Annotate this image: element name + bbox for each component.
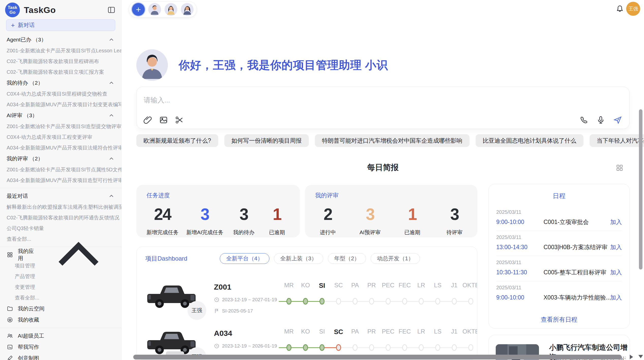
scroll-right-arrow[interactable] (630, 355, 633, 359)
sidebar-section-header-0[interactable]: Agent已办 （3） (0, 34, 121, 45)
image-icon[interactable] (159, 115, 168, 125)
join-meeting-link[interactable]: 加入 (610, 268, 622, 276)
suggestion-chip[interactable]: 欧洲新规最近颁布了什么? (136, 134, 218, 147)
suggestion-chip[interactable]: 特朗普可能对进口汽车增税会对中国车企造成哪些影响 (315, 134, 470, 147)
schedule-time: 13:00-14:30 (496, 244, 544, 251)
milestone-dot (468, 298, 473, 305)
project-flag-text: SI-2025-05-17 (222, 308, 253, 314)
apps-view-all-link[interactable]: 查看全部... (0, 292, 121, 303)
sidebar-item[interactable]: C0X4-动力总成开发项目SI里程碑提交物检查 (0, 88, 121, 99)
suggestion-chip[interactable]: 当下年轻人对汽车外观有怎样的喜好趋势 (590, 134, 644, 147)
project-dates: 2023-12-19 ~ 2026-01-19 (214, 343, 281, 349)
milestone-label: SC (330, 328, 347, 336)
clock-icon (214, 297, 219, 303)
suggestion-chips: 欧洲新规最近颁布了什么?如何写一份清晰的项目周报特朗普可能对进口汽车增税会对中国… (136, 134, 644, 147)
send-icon[interactable] (613, 115, 622, 125)
sidebar-collapse-icon[interactable] (107, 6, 116, 14)
view-all-schedule-link[interactable]: 查看所有日程 (489, 316, 630, 324)
phone-icon[interactable] (579, 115, 589, 125)
stat-card: 我的评审2进行中3AI预评审1已逾期3待评审 (305, 185, 477, 237)
sidebar-tool-pen[interactable]: 创意制图 (0, 353, 121, 360)
mic-icon[interactable] (596, 115, 605, 125)
sidebar-item[interactable]: C02-飞腾新能源轻客改款项目里程碑画布 (0, 56, 121, 67)
flag-icon (214, 308, 219, 314)
sidebar-tool-people[interactable]: AI超级员工 (0, 330, 121, 341)
sidebar-section-header-1[interactable]: 我的待办 （2） (0, 77, 121, 88)
suggestion-chip[interactable]: 比亚迪全固态电池计划具体说了什么 (476, 134, 583, 147)
milestone-dot (319, 344, 325, 351)
project-info: Z0012023-12-19 ~ 2027-01-19SI-2025-05-17 (214, 280, 281, 314)
sidebar-section-header-2[interactable]: AI评审 （3） (0, 110, 121, 121)
sidebar-sections: Agent已办 （3）Z001-全新燃油皮卡产品开发项目SI节点Lesson L… (0, 34, 121, 186)
join-meeting-link[interactable]: 加入 (610, 294, 622, 302)
schedule-meeting-title: C001-立项审批会 (544, 218, 610, 226)
member-avatar[interactable] (148, 3, 161, 16)
sidebar-item[interactable]: Z001-全新燃油轻卡产品开发项目SI造型提交物评审 (0, 121, 121, 132)
stat-column: 1已逾期 (264, 205, 290, 236)
schedule-entry: 2025/03/119:00-10:00C001-立项审批会加入 (496, 206, 622, 231)
schedule-entry-main: 10:30-11:30C005-整车工程目标评审加入 (496, 268, 622, 276)
milestone-dot (353, 298, 358, 305)
sidebar-item[interactable]: Z001-全新燃油皮卡产品开发项目SI节点Lesson Learn报告 (0, 45, 121, 56)
project-row: 王强Z0012023-12-19 ~ 2027-01-19SI-2025-05-… (137, 280, 477, 314)
dashboard-project-rows: 王强Z0012023-12-19 ~ 2027-01-19SI-2025-05-… (137, 280, 477, 360)
horizontal-scrollbar[interactable] (133, 355, 622, 359)
member-avatar[interactable] (181, 3, 194, 16)
milestone-dot (369, 298, 374, 305)
stat-column: 3新增AI完成任务 (186, 205, 223, 236)
vertical-scrollbar[interactable] (639, 109, 642, 269)
new-chat-button[interactable]: + 新对话 (6, 19, 115, 31)
milestone-dot (402, 344, 407, 351)
stat-card: 任务进度24新增完成任务3新增AI完成任务3我的待办1已逾期 (136, 185, 300, 237)
sidebar-item[interactable]: C02-飞腾新能源轻客改款项目立项汇报方案 (0, 67, 121, 77)
recent-title: 最近对话 (7, 192, 28, 200)
stat-card-title: 任务进度 (147, 191, 290, 199)
milestone-label: MR (281, 328, 297, 335)
sidebar-item[interactable]: Z001-全新燃油轻卡产品开发项目SI节点属性5D文件评审 (0, 164, 121, 175)
recent-conversation-item[interactable]: 解释最新出台的欧盟报废车法规再生塑料比例被调至15%... (0, 202, 121, 212)
suggestion-chip[interactable]: 如何写一份清晰的项目周报 (224, 134, 309, 147)
join-meeting-link[interactable]: 加入 (610, 218, 622, 226)
schedule-time: 9:00-10:00 (496, 294, 544, 301)
stat-value: 3 (186, 205, 223, 224)
schedule-time: 9:00-10:00 (496, 219, 544, 226)
milestone-dot (286, 344, 291, 351)
sidebar-item[interactable]: C0X4-动力总成开发项目工程变更评审 (0, 132, 121, 142)
sidebar-item[interactable]: A034-全新新能源MUV产品开发项目法规符合性评审 (0, 142, 121, 153)
milestone-dot (303, 298, 308, 305)
message-input[interactable] (144, 93, 525, 108)
scroll-down-arrow[interactable] (638, 355, 643, 358)
section-title: 我的待办 （2） (7, 79, 43, 86)
sidebar-item[interactable]: A034-全新新能源MUV产品开发项目造型可行性评审 (0, 175, 121, 186)
member-avatar[interactable] (165, 3, 177, 16)
user-avatar[interactable]: 王强 (626, 2, 640, 16)
sidebar-item[interactable]: A034-全新新能源MUV产品开发项目计划变更表编写 (0, 99, 121, 110)
sidebar-tool-write-image[interactable]: 帮我写作 (0, 341, 121, 353)
paperclip-icon[interactable] (143, 115, 152, 125)
stat-label: 新增完成任务 (147, 229, 179, 236)
project-dashboard-card: 项目Dashboard 全新平台（4）全新上装（3）年型（2）动总开发（1） 王… (136, 246, 477, 360)
sidebar-section-header-3[interactable]: 我的评审 （2） (0, 153, 121, 164)
scissors-icon[interactable] (175, 115, 184, 125)
sidebar-item-favorites[interactable]: 我的收藏 (0, 314, 121, 325)
dashboard-filter-pill[interactable]: 全新上装（3） (274, 253, 323, 264)
layout-grid-icon[interactable] (616, 164, 624, 172)
notification-bell-icon[interactable] (616, 5, 624, 13)
milestone-dot (286, 298, 291, 305)
add-member-button[interactable]: + (132, 3, 145, 16)
milestone-label: OKTB (462, 328, 477, 335)
sidebar-item-cloud-space[interactable]: 我的云空间 (0, 303, 121, 314)
dashboard-header: 项目Dashboard 全新平台（4）全新上装（3）年型（2）动总开发（1） (137, 247, 477, 264)
dashboard-filter-pill[interactable]: 动总开发（1） (371, 253, 420, 264)
sidebar-my-apps-header[interactable]: 我的应用 (0, 249, 121, 260)
milestone-dot (402, 298, 407, 305)
stat-value: 3 (357, 205, 383, 224)
sidebar: Task Go TaskGo + 新对话 Agent已办 （3）Z001-全新燃… (0, 0, 122, 360)
logo-text-top: Task (8, 5, 17, 10)
user-name: 王强 (628, 6, 638, 12)
sidebar-recent-header[interactable]: 最近对话 (0, 190, 121, 202)
join-meeting-link[interactable]: 加入 (610, 243, 622, 251)
dashboard-filter-pill[interactable]: 年型（2） (328, 253, 366, 264)
schedule-meeting-title: C005-整车工程目标评审 (544, 268, 610, 276)
dashboard-filter-pill[interactable]: 全新平台（4） (220, 253, 269, 264)
